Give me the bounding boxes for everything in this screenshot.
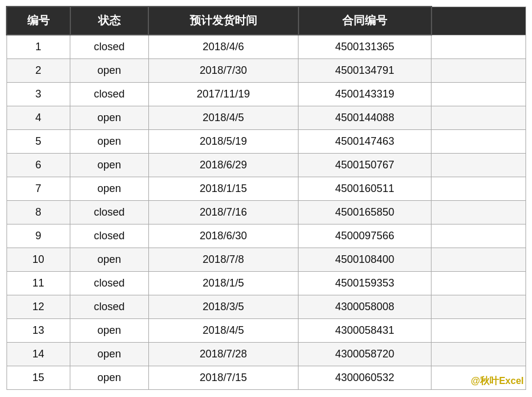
cell-extra: [432, 343, 526, 366]
cell-extra: [432, 106, 526, 130]
cell-status: open: [70, 59, 149, 83]
cell-id: 2: [7, 59, 70, 83]
cell-status: closed: [70, 272, 149, 295]
cell-extra: [432, 35, 526, 59]
cell-date: 2018/4/5: [148, 319, 298, 343]
cell-status: closed: [70, 224, 149, 248]
cell-extra: [432, 59, 526, 83]
cell-contract: 4500144088: [299, 106, 432, 130]
header-date: 预计发货时间: [148, 6, 298, 35]
cell-date: 2018/7/16: [148, 201, 298, 224]
cell-contract: 4300058008: [299, 295, 432, 319]
table-row: 12closed2018/3/54300058008: [7, 295, 526, 319]
cell-id: 4: [7, 106, 70, 130]
cell-contract: 4500108400: [299, 248, 432, 272]
cell-id: 6: [7, 154, 70, 177]
table-row: 4open2018/4/54500144088: [7, 106, 526, 130]
cell-status: closed: [70, 83, 149, 106]
cell-extra: [432, 248, 526, 272]
cell-id: 9: [7, 224, 70, 248]
cell-status: open: [70, 366, 149, 390]
cell-extra: [432, 130, 526, 154]
table-row: 15open2018/7/154300060532: [7, 366, 526, 390]
table-row: 11closed2018/1/54500159353: [7, 272, 526, 295]
cell-id: 7: [7, 177, 70, 201]
cell-date: 2018/4/5: [148, 106, 298, 130]
cell-contract: 4500143319: [299, 83, 432, 106]
cell-id: 3: [7, 83, 70, 106]
cell-id: 5: [7, 130, 70, 154]
cell-contract: 4500159353: [299, 272, 432, 295]
cell-extra: [432, 201, 526, 224]
table-row: 9closed2018/6/304500097566: [7, 224, 526, 248]
cell-date: 2018/7/8: [148, 248, 298, 272]
cell-status: open: [70, 130, 149, 154]
cell-status: open: [70, 248, 149, 272]
cell-contract: 4500150767: [299, 154, 432, 177]
cell-id: 13: [7, 319, 70, 343]
table-row: 2open2018/7/304500134791: [7, 59, 526, 83]
cell-id: 8: [7, 201, 70, 224]
cell-extra: [432, 319, 526, 343]
table-wrapper: 编号 状态 预计发货时间 合同编号 1closed2018/4/64500131…: [6, 6, 526, 390]
header-id: 编号: [7, 6, 70, 35]
cell-status: open: [70, 154, 149, 177]
cell-date: 2018/3/5: [148, 295, 298, 319]
cell-extra: [432, 154, 526, 177]
cell-id: 14: [7, 343, 70, 366]
cell-id: 15: [7, 366, 70, 390]
cell-extra: [432, 177, 526, 201]
cell-id: 11: [7, 272, 70, 295]
cell-extra: [432, 83, 526, 106]
data-table: 编号 状态 预计发货时间 合同编号 1closed2018/4/64500131…: [6, 6, 526, 390]
header-contract: 合同编号: [299, 6, 432, 35]
table-row: 5open2018/5/194500147463: [7, 130, 526, 154]
table-row: 14open2018/7/284300058720: [7, 343, 526, 366]
cell-contract: 4300058720: [299, 343, 432, 366]
cell-status: closed: [70, 201, 149, 224]
table-header-row: 编号 状态 预计发货时间 合同编号: [7, 6, 526, 35]
cell-date: 2018/1/5: [148, 272, 298, 295]
cell-id: 10: [7, 248, 70, 272]
cell-status: closed: [70, 35, 149, 59]
table-row: 6open2018/6/294500150767: [7, 154, 526, 177]
cell-contract: 4500097566: [299, 224, 432, 248]
cell-contract: 4500160511: [299, 177, 432, 201]
table-row: 7open2018/1/154500160511: [7, 177, 526, 201]
cell-extra: [432, 295, 526, 319]
cell-date: 2018/7/28: [148, 343, 298, 366]
cell-date: 2018/7/15: [148, 366, 298, 390]
cell-date: 2018/5/19: [148, 130, 298, 154]
cell-id: 12: [7, 295, 70, 319]
cell-date: 2018/7/30: [148, 59, 298, 83]
cell-status: closed: [70, 295, 149, 319]
cell-status: open: [70, 319, 149, 343]
cell-extra: [432, 224, 526, 248]
cell-status: open: [70, 343, 149, 366]
cell-status: open: [70, 106, 149, 130]
table-row: 1closed2018/4/64500131365: [7, 35, 526, 59]
table-row: 8closed2018/7/164500165850: [7, 201, 526, 224]
table-row: 13open2018/4/54300058431: [7, 319, 526, 343]
table-row: 3closed2017/11/194500143319: [7, 83, 526, 106]
cell-extra: [432, 366, 526, 390]
cell-contract: 4300058431: [299, 319, 432, 343]
cell-date: 2018/4/6: [148, 35, 298, 59]
cell-date: 2018/1/15: [148, 177, 298, 201]
header-status: 状态: [70, 6, 149, 35]
cell-id: 1: [7, 35, 70, 59]
cell-status: open: [70, 177, 149, 201]
cell-contract: 4500165850: [299, 201, 432, 224]
cell-date: 2018/6/30: [148, 224, 298, 248]
cell-contract: 4500147463: [299, 130, 432, 154]
cell-date: 2017/11/19: [148, 83, 298, 106]
cell-contract: 4500131365: [299, 35, 432, 59]
cell-contract: 4300060532: [299, 366, 432, 390]
cell-extra: [432, 272, 526, 295]
cell-contract: 4500134791: [299, 59, 432, 83]
table-row: 10open2018/7/84500108400: [7, 248, 526, 272]
header-extra: [432, 6, 526, 35]
cell-date: 2018/6/29: [148, 154, 298, 177]
